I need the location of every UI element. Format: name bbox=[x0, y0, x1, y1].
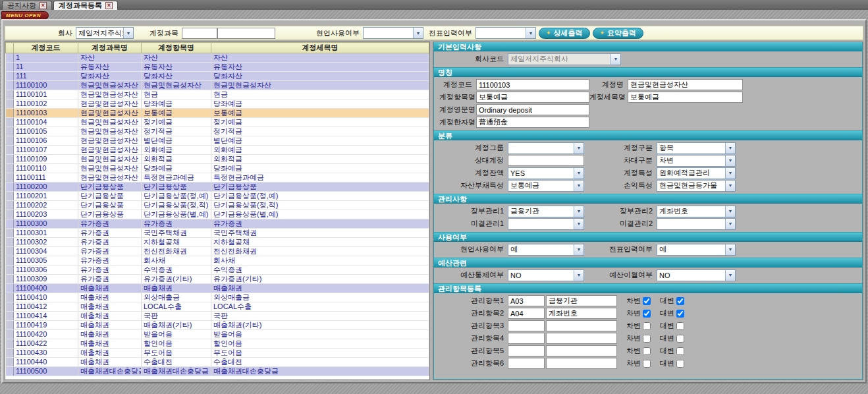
mgmt-item-code-input[interactable] bbox=[508, 295, 545, 306]
detail-print-button[interactable]: ✦ 상세출력 bbox=[539, 28, 590, 39]
account-english-name-input[interactable] bbox=[476, 104, 589, 115]
account-balance-select[interactable]: YES▼ bbox=[508, 167, 584, 179]
debit-checkbox[interactable] bbox=[643, 297, 651, 305]
table-row[interactable]: 11100101현금및현금성자산현금현금 bbox=[6, 90, 429, 99]
table-row[interactable]: 11100305유가증권회사채회사채 bbox=[6, 256, 429, 266]
mgmt-item-name-input[interactable] bbox=[546, 320, 617, 331]
table-row[interactable]: 11100202단기금융상품단기금융상품(정,적)단기금융상품(정,적) bbox=[6, 201, 429, 210]
account-name-filter-input[interactable] bbox=[217, 28, 275, 39]
mgmt-item-name-input[interactable] bbox=[546, 308, 617, 319]
account-code-filter-input[interactable] bbox=[182, 28, 217, 39]
pending-mgmt1-select[interactable]: ▼ bbox=[508, 218, 584, 230]
column-header-item[interactable]: 계정항목명 bbox=[142, 43, 211, 53]
table-row[interactable]: 11100306유가증권수익증권수익증권 bbox=[6, 266, 429, 275]
account-name-input[interactable] bbox=[628, 79, 743, 90]
table-row[interactable]: 1자산자산자산 bbox=[6, 53, 429, 63]
mgmt-item-code-input[interactable] bbox=[508, 358, 545, 369]
account-chinese-name-input[interactable] bbox=[476, 117, 589, 128]
debit-checkbox[interactable] bbox=[643, 335, 651, 343]
profit-loss-trait-select[interactable]: 현금및현금등가물▼ bbox=[657, 180, 736, 192]
table-row[interactable]: 11100105현금및현금성자산정기적금정기적금 bbox=[6, 127, 429, 136]
asset-liability-trait-select[interactable]: 보통예금▼ bbox=[508, 180, 584, 192]
table-row[interactable]: 11100109현금및현금성자산외화적금외화적금 bbox=[6, 155, 429, 164]
table-row[interactable]: 11100300유가증권유가증권유가증권 bbox=[6, 219, 429, 229]
table-row[interactable]: 11100107현금및현금성자산외화예금외화예금 bbox=[6, 146, 429, 155]
mgmt-item-code-input[interactable] bbox=[508, 333, 545, 344]
ledger-mgmt2-select[interactable]: 계좌번호▼ bbox=[657, 206, 736, 217]
table-row[interactable]: 11유동자산유동자산유동자산 bbox=[6, 63, 429, 72]
account-detail-name-input[interactable] bbox=[628, 92, 743, 103]
account-class-select[interactable]: 항목▼ bbox=[657, 142, 736, 154]
table-row[interactable]: 11100500매출채권대손충당금매출채권대손충당금매출채권대손충당금 bbox=[6, 367, 429, 376]
table-row[interactable]: 11100419매출채권매출채권(기타)매출채권(기타) bbox=[6, 321, 429, 330]
credit-checkbox[interactable] bbox=[676, 322, 684, 330]
debit-checkbox[interactable] bbox=[643, 347, 651, 355]
debit-credit-class-select[interactable]: 차변▼ bbox=[657, 155, 736, 167]
mgmt-item-code-input[interactable] bbox=[508, 345, 545, 356]
table-row[interactable]: 11100309유가증권유가증권(기타)유가증권(기타) bbox=[6, 275, 429, 284]
budget-control-select[interactable]: NO▼ bbox=[508, 269, 584, 281]
mgmt-item-name-input[interactable] bbox=[546, 295, 617, 306]
table-row[interactable]: 11100302유가증권지하철공채지하철공채 bbox=[6, 238, 429, 247]
table-row[interactable]: 11100104현금및현금성자산정기예금정기예금 bbox=[6, 118, 429, 127]
close-icon[interactable]: × bbox=[105, 2, 113, 9]
table-row[interactable]: 11100440매출채권수출대전수출대전 bbox=[6, 358, 429, 367]
table-row[interactable]: 11100304유가증권전신전화채권전신전화채권 bbox=[6, 247, 429, 256]
table-row[interactable]: 11100100현금및현금성자산현금및현금성자산현금및현금성자산 bbox=[6, 81, 429, 90]
table-row[interactable]: 11100106현금및현금성자산별단예금별단예금 bbox=[6, 136, 429, 146]
summary-print-button[interactable]: ✦ 요약출력 bbox=[593, 28, 644, 39]
table-row[interactable]: 11100420매출채권받을어음받을어음 bbox=[6, 330, 429, 339]
pending-mgmt2-select[interactable]: ▼ bbox=[657, 218, 736, 230]
credit-checkbox[interactable] bbox=[676, 297, 684, 305]
account-trait-select[interactable]: 원화예적금관리▼ bbox=[657, 167, 736, 179]
account-code-input[interactable] bbox=[476, 79, 589, 90]
slip-entry-filter-select[interactable]: ▼ bbox=[475, 27, 536, 39]
slip-entry-select[interactable]: 예▼ bbox=[657, 244, 736, 256]
table-row[interactable]: 111당좌자산당좌자산당좌자산 bbox=[6, 72, 429, 81]
tab-account-registration[interactable]: 계정과목등록 × bbox=[53, 1, 118, 10]
column-header-code[interactable]: 계정코드 bbox=[14, 43, 78, 53]
account-item-name-input[interactable] bbox=[476, 92, 589, 103]
table-row[interactable]: 11100400매출채권매출채권매출채권 bbox=[6, 284, 429, 293]
table-row[interactable]: 11100414매출채권국판국판 bbox=[6, 312, 429, 321]
ledger-mgmt1-select[interactable]: 금융기관▼ bbox=[508, 206, 584, 217]
table-row[interactable]: 11100203단기금융상품단기금융상품(별,예)단기금융상품(별,예) bbox=[6, 210, 429, 219]
mgmt-item-name-input[interactable] bbox=[546, 358, 617, 369]
mgmt-item-name-input[interactable] bbox=[546, 345, 617, 356]
close-icon[interactable]: × bbox=[40, 2, 47, 9]
table-row[interactable]: 11100111현금및현금성자산특정현금과예금특정현금과예금 bbox=[6, 173, 429, 183]
budget-carryover-select[interactable]: NO▼ bbox=[657, 269, 736, 281]
biz-use-filter-label: 현업사용여부 bbox=[316, 28, 360, 38]
column-header-subject[interactable]: 계정과목명 bbox=[78, 43, 142, 53]
table-row[interactable]: 11100430매출채권부도어음부도어음 bbox=[6, 349, 429, 358]
credit-checkbox[interactable] bbox=[676, 360, 684, 368]
table-row[interactable]: 11100102현금및현금성자산당좌예금당좌예금 bbox=[6, 99, 429, 109]
column-header-detail[interactable]: 계정세목명 bbox=[211, 43, 429, 53]
company-code-select[interactable]: 제일저지주식회사 ▼ bbox=[508, 53, 621, 65]
table-row[interactable]: 11100110현금및현금성자산당좌예금당좌예금 bbox=[6, 164, 429, 173]
mgmt-item-code-input[interactable] bbox=[508, 308, 545, 319]
biz-use-filter-select[interactable]: ▼ bbox=[363, 27, 423, 39]
table-row[interactable]: 11100422매출채권할인어음할인어음 bbox=[6, 339, 429, 349]
table-row[interactable]: 11100410매출채권외상매출금외상매출금 bbox=[6, 293, 429, 302]
tab-notice[interactable]: 공지사항 × bbox=[2, 1, 52, 10]
table-row[interactable]: 11100200단기금융상품단기금융상품단기금융상품 bbox=[6, 183, 429, 192]
mgmt-item-name-input[interactable] bbox=[546, 333, 617, 344]
table-row[interactable]: 11100301유가증권국민주택채권국민주택채권 bbox=[6, 229, 429, 238]
section-usage: 사용여부 현업사용여부예▼전표입력여부예▼ bbox=[433, 233, 863, 258]
table-row[interactable]: 11100103현금및현금성자산보통예금보통예금 bbox=[6, 109, 429, 118]
debit-checkbox[interactable] bbox=[643, 360, 651, 368]
counter-account-input[interactable] bbox=[508, 155, 584, 166]
chevron-down-icon: ▼ bbox=[574, 143, 583, 154]
company-select[interactable]: 제일저지주식회사 ▼ bbox=[76, 27, 134, 39]
table-row[interactable]: 11100201단기금융상품단기금융상품(정,예)단기금융상품(정,예) bbox=[6, 192, 429, 201]
debit-checkbox[interactable] bbox=[643, 322, 651, 330]
table-row[interactable]: 11100412매출채권LOCAL수출LOCAL수출 bbox=[6, 302, 429, 312]
debit-checkbox[interactable] bbox=[643, 310, 651, 318]
biz-use-select[interactable]: 예▼ bbox=[508, 244, 584, 256]
account-group-select[interactable]: ▼ bbox=[508, 142, 584, 154]
credit-checkbox[interactable] bbox=[676, 347, 684, 355]
credit-checkbox[interactable] bbox=[676, 310, 684, 318]
credit-checkbox[interactable] bbox=[676, 335, 684, 343]
mgmt-item-code-input[interactable] bbox=[508, 320, 545, 331]
